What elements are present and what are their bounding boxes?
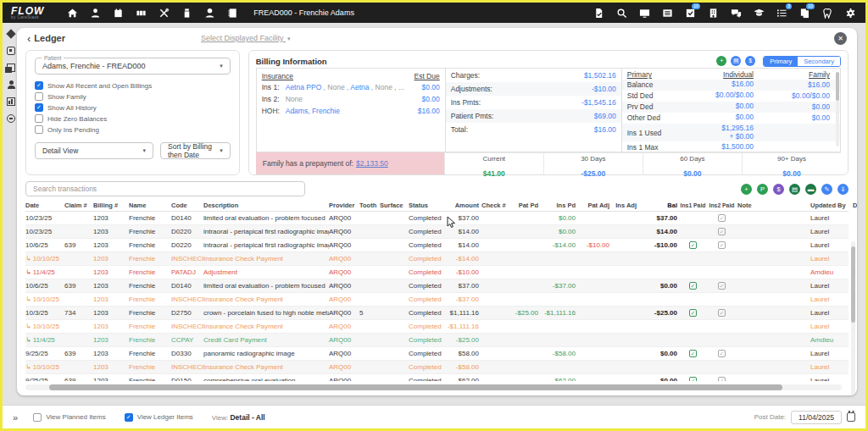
green-p-button[interactable]: P	[757, 184, 768, 195]
checkbox-icon[interactable]: ✓	[125, 413, 133, 422]
table-row[interactable]: ↳10/10/251203FrenchieINSCHECIInsurance C…	[25, 252, 849, 266]
check-column-header[interactable]: Check #	[481, 202, 509, 209]
table-row[interactable]: ↳10/10/251203FrenchieINSCHECIInsurance C…	[25, 320, 849, 334]
code-column-header[interactable]: Code	[171, 202, 203, 209]
name-column-header[interactable]: Name	[129, 202, 171, 209]
table-row[interactable]: ↳11/4/251203FrenchiePATADJAdjustmentARQ0…	[25, 266, 849, 279]
ins2-column-header[interactable]: Ins2 Paid	[709, 202, 737, 208]
insAdj-column-header[interactable]: Ins Adj	[612, 202, 639, 209]
settings-gear-icon[interactable]	[843, 6, 857, 19]
checkbox-show-family[interactable]: Show Family	[35, 92, 231, 101]
tab-secondary[interactable]: Secondary	[798, 57, 840, 66]
ins2-paid-checkbox[interactable]: ✓	[718, 282, 726, 290]
facility-icon[interactable]	[706, 6, 720, 19]
patPd-column-header[interactable]: Pat Pd	[509, 202, 541, 209]
table-row[interactable]: 9/25/256391203FrenchieD0150comprehensive…	[25, 374, 849, 381]
darkgreen-bar-button[interactable]: ▬	[805, 184, 816, 195]
insurance-plan-link[interactable]: Aetna PPO	[286, 83, 322, 91]
horizontal-scrollbar[interactable]	[25, 384, 842, 390]
blue-edit-button[interactable]: ✎	[821, 184, 832, 195]
horizontal-scrollbar-thumb[interactable]	[49, 384, 782, 390]
ins2-paid-checkbox[interactable]: ✓	[718, 228, 726, 235]
provider-column-header[interactable]: Provider	[329, 202, 359, 209]
table-row[interactable]: ↳11/4/251203FrenchieCCPAYCredit Card Pay…	[25, 334, 849, 347]
checkbox-show-all-history[interactable]: ✓ Show All History	[35, 103, 231, 112]
table-row[interactable]: ↳10/10/251203FrenchieINSCHECIInsurance C…	[25, 361, 849, 374]
table-row[interactable]: 10/23/251203FrenchieD0140limited oral ev…	[25, 212, 849, 225]
view-mode-select[interactable]: Detail View ▾	[35, 142, 153, 159]
vertical-scrollbar[interactable]	[851, 241, 855, 395]
post-date-input[interactable]: 11/04/2025	[791, 411, 842, 424]
patAdj-column-header[interactable]: Pat Adj	[578, 202, 612, 209]
bal-column-header[interactable]: Bal	[639, 202, 680, 209]
di-column-header[interactable]: Di	[853, 202, 857, 209]
documents-icon[interactable]: 10	[798, 6, 811, 19]
ins1-column-header[interactable]: Ins1 Paid	[680, 202, 709, 208]
checkbox-hide-zero-balances[interactable]: Hide Zero Balances	[35, 114, 231, 123]
ins2-paid-checkbox[interactable]: ✓	[718, 377, 726, 381]
education-icon[interactable]	[752, 6, 765, 19]
ins1-paid-checkbox[interactable]: ✓	[689, 350, 697, 357]
tasks-icon[interactable]: 10	[683, 6, 697, 19]
table-row[interactable]: 10/3/257341203FrenchieD2750crown - porce…	[25, 307, 849, 320]
table-row[interactable]: 10/6/256391203FrenchieD0220intraoral - p…	[25, 239, 849, 252]
billing-dollar-button[interactable]: $	[745, 56, 755, 66]
imaging-icon[interactable]	[637, 6, 651, 19]
blue-export-button[interactable]: ⇓	[837, 184, 849, 195]
person-icon[interactable]	[7, 80, 15, 89]
ins2-paid-checkbox[interactable]: ✓	[718, 350, 726, 357]
perio-chart-icon[interactable]	[134, 6, 147, 19]
purple-dollar-button[interactable]: $	[773, 184, 784, 195]
checkbox-only-ins-pending[interactable]: Only Ins Pending	[35, 125, 231, 134]
ins1-paid-checkbox[interactable]: ✓	[689, 282, 697, 290]
checkbox-icon[interactable]: ✓	[35, 81, 43, 90]
add-insurance-button[interactable]: +	[716, 56, 726, 66]
table-row[interactable]: ↳10/10/251203FrenchieINSCHECIInsurance C…	[25, 293, 849, 307]
status-column-header[interactable]: Status	[409, 202, 444, 209]
fee-search-icon[interactable]	[615, 6, 628, 19]
facility-selector-link[interactable]: Select Displayed Facility ▾	[201, 34, 291, 42]
home-icon[interactable]	[65, 6, 79, 19]
prescriptions-icon[interactable]	[180, 6, 193, 19]
green-plus-button[interactable]: +	[741, 184, 752, 195]
back-chevron-icon[interactable]: ‹	[27, 32, 31, 45]
stack-icon[interactable]	[7, 64, 15, 72]
payments-icon[interactable]	[203, 6, 216, 19]
date-column-header[interactable]: Date	[25, 202, 64, 209]
insurance-plan-link[interactable]: Adams, Frenchie	[286, 107, 340, 115]
tooth-column-header[interactable]: Tooth	[359, 202, 380, 209]
tab-primary[interactable]: Primary	[764, 57, 798, 66]
checkbox-icon[interactable]	[35, 92, 43, 101]
surface-column-header[interactable]: Surface	[380, 202, 409, 209]
amount-column-header[interactable]: Amount	[444, 202, 481, 209]
prepayment-amount-link[interactable]: $2,133.50	[356, 159, 388, 168]
checkbox-icon[interactable]	[33, 413, 42, 422]
insurance-plan-link[interactable]: Aetna	[350, 83, 369, 91]
darkgreen-grid-button[interactable]: ▤	[789, 184, 800, 195]
diamond-icon[interactable]	[6, 29, 15, 38]
view-planned-items-checkbox[interactable]: View Planned Items	[33, 413, 106, 422]
desc-column-header[interactable]: Description	[203, 202, 329, 209]
expand-chevrons-icon[interactable]: »	[13, 412, 18, 423]
tooth-icon[interactable]	[821, 6, 834, 19]
checkbox-icon[interactable]: ✓	[35, 103, 43, 112]
primary-scrollbar[interactable]	[836, 72, 839, 146]
box-d-icon[interactable]	[7, 47, 15, 55]
messages-icon[interactable]	[729, 6, 743, 19]
billing-column-header[interactable]: Billing #	[93, 202, 129, 209]
chart-icon[interactable]	[7, 97, 15, 106]
document-check-icon[interactable]	[592, 6, 605, 19]
procedures-icon[interactable]	[157, 6, 170, 19]
checkbox-show-recent-open[interactable]: ✓ Show All Recent and Open Billings	[35, 81, 231, 90]
ins1-paid-checkbox[interactable]: ✓	[689, 241, 697, 249]
patient-icon[interactable]	[88, 6, 102, 19]
search-input[interactable]	[25, 181, 305, 196]
table-row[interactable]: 9/25/256391203FrenchieD0330panoramic rad…	[25, 347, 849, 361]
claim-column-header[interactable]: Claim #	[64, 202, 93, 209]
note-column-header[interactable]: Note	[737, 202, 810, 209]
flow-logo[interactable]: FLOW by CareStack	[11, 6, 44, 20]
ins1-paid-checkbox[interactable]: ✓	[689, 377, 697, 381]
worklist-icon[interactable]: 3	[775, 6, 788, 19]
minus-circle-icon[interactable]	[7, 114, 15, 123]
ins1-paid-checkbox[interactable]: ✓	[689, 309, 697, 317]
